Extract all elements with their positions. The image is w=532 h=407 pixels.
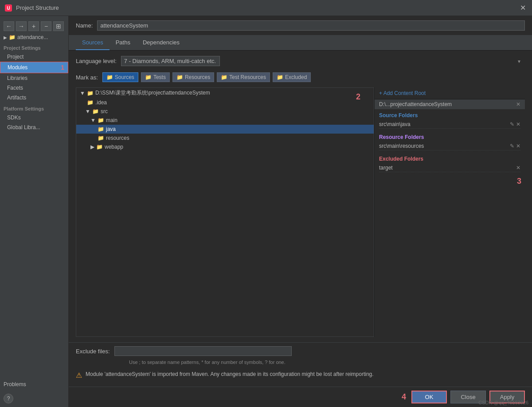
svg-text:U: U xyxy=(7,6,10,11)
edit-resource-folder-button[interactable]: ✎ xyxy=(510,143,514,149)
sidebar-item-sdks[interactable]: SDKs xyxy=(0,113,68,122)
expand-src-icon: ▼ xyxy=(85,108,90,115)
sidebar-toolbar: ← → + − ⊞ xyxy=(0,20,68,33)
excluded-folder-path-0: target xyxy=(379,165,516,171)
annotation-3: 3 xyxy=(517,177,521,186)
split-area: ▼ 📁 D:\SSM\课堂考勤系统\project\attendanceSyst… xyxy=(76,87,525,337)
mark-as-excluded-button[interactable]: 📁 Excluded xyxy=(273,72,311,82)
right-panel: + Add Content Root D:\...project\attenda… xyxy=(374,87,525,337)
mark-as-tests-button[interactable]: 📁 Tests xyxy=(141,72,170,82)
resources-folder-icon: 📁 xyxy=(176,74,183,80)
tab-sources[interactable]: Sources xyxy=(76,36,110,50)
sidebar: ← → + − ⊞ ▶ 📁 attendance... Project Sett… xyxy=(0,16,69,407)
forward-button[interactable]: → xyxy=(16,21,27,31)
language-select-wrapper: 7 - Diamonds, ARM, multi-catch etc. xyxy=(121,56,525,66)
window-title: Project Structure xyxy=(16,4,518,11)
exclude-hint: Use ; to separate name patterns, * for a… xyxy=(76,359,525,367)
project-settings-label: Project Settings xyxy=(0,42,68,52)
tab-dependencies[interactable]: Dependencies xyxy=(137,36,186,50)
close-root-button[interactable]: ✕ xyxy=(516,101,520,107)
add-content-root-button[interactable]: + Add Content Root xyxy=(379,90,426,96)
sidebar-item-modules[interactable]: Modules 1 xyxy=(0,62,68,73)
sidebar-tree-root[interactable]: ▶ 📁 attendance... xyxy=(0,33,68,42)
tabs-row: Sources Paths Dependencies xyxy=(69,36,532,51)
name-input[interactable] xyxy=(97,20,525,31)
tests-folder-icon: 📁 xyxy=(145,74,152,80)
mark-as-row: Mark as: 📁 Sources 📁 Tests 📁 Resources 📁… xyxy=(76,72,525,82)
sidebar-item-facets[interactable]: Facets xyxy=(0,83,68,93)
ftree-main[interactable]: ▼ 📁 main xyxy=(76,116,374,125)
source-folder-row-0: src\main\java ✎ ✕ xyxy=(379,120,520,129)
platform-settings-label: Platform Settings xyxy=(0,103,68,113)
annotation-4: 4 xyxy=(402,392,406,402)
watermark: CSDN @qq_46163926 xyxy=(478,400,528,405)
remove-source-folder-button[interactable]: ✕ xyxy=(516,121,520,127)
language-label: Language level: xyxy=(76,58,117,64)
exclude-files-label: Exclude files: xyxy=(76,348,110,355)
tab-paths[interactable]: Paths xyxy=(110,36,137,50)
resource-folders-section: Resource Folders src\main\resources ✎ ✕ xyxy=(375,131,525,153)
excluded-folder-icon: 📁 xyxy=(277,74,283,80)
main-content: Name: Sources Paths Dependencies Languag… xyxy=(69,16,532,407)
excluded-folders-title: Excluded Folders xyxy=(379,156,520,162)
source-folder-path-0: src\main\java xyxy=(379,121,510,127)
sources-tab-content: Language level: 7 - Diamonds, ARM, multi… xyxy=(69,51,532,342)
excluded-folders-section: Excluded Folders target ✕ xyxy=(375,153,525,175)
expand-webapp-icon: ▶ xyxy=(90,144,94,150)
webapp-folder-icon: 📁 xyxy=(96,144,103,150)
resource-folders-title: Resource Folders xyxy=(379,134,520,140)
help-button[interactable]: ? xyxy=(4,394,13,403)
back-button[interactable]: ← xyxy=(4,21,14,31)
source-folder-actions-0: ✎ ✕ xyxy=(510,121,520,127)
test-resources-folder-icon: 📁 xyxy=(221,74,227,80)
mark-as-label: Mark as: xyxy=(76,74,98,81)
folder-icon: 📁 xyxy=(9,34,16,40)
language-level-row: Language level: 7 - Diamonds, ARM, multi… xyxy=(76,56,525,66)
ftree-root[interactable]: ▼ 📁 D:\SSM\课堂考勤系统\project\attendanceSyst… xyxy=(76,88,374,98)
ftree-idea[interactable]: 📁 .idea xyxy=(76,98,374,107)
resource-folder-row-0: src\main\resources ✎ ✕ xyxy=(379,142,520,150)
excluded-folder-row-0: target ✕ xyxy=(379,164,520,172)
title-bar: U Project Structure ✕ xyxy=(0,0,532,16)
root-path-text: D:\...project\attendanceSystem xyxy=(379,101,452,107)
sidebar-item-libraries[interactable]: Libraries xyxy=(0,73,68,83)
source-folders-title: Source Folders xyxy=(379,112,520,119)
mark-as-resources-button[interactable]: 📁 Resources xyxy=(172,72,214,82)
right-panel-header: + Add Content Root xyxy=(375,87,525,99)
sidebar-item-global-libraries[interactable]: Global Libra... xyxy=(0,122,68,132)
remove-resource-folder-button[interactable]: ✕ xyxy=(516,143,520,149)
name-label: Name: xyxy=(76,22,93,29)
warning-row: ⚠ Module 'attendanceSystem' is imported … xyxy=(76,367,525,383)
ok-button[interactable]: OK xyxy=(411,391,447,403)
sidebar-item-artifacts[interactable]: Artifacts xyxy=(0,93,68,103)
bottom-area: Exclude files: Use ; to separate name pa… xyxy=(69,342,532,387)
language-select[interactable]: 7 - Diamonds, ARM, multi-catch etc. xyxy=(121,56,220,66)
src-folder-icon: 📁 xyxy=(92,108,99,115)
ftree-webapp[interactable]: ▶ 📁 webapp xyxy=(76,142,374,151)
warning-text: Module 'attendanceSystem' is imported fr… xyxy=(86,371,374,377)
remove-button[interactable]: − xyxy=(41,21,51,31)
sidebar-item-project[interactable]: Project xyxy=(0,52,68,62)
remove-excluded-folder-button[interactable]: ✕ xyxy=(516,165,520,171)
exclude-files-input[interactable] xyxy=(114,346,292,356)
edit-source-folder-button[interactable]: ✎ xyxy=(510,121,514,127)
resource-folder-actions-0: ✎ ✕ xyxy=(510,143,520,149)
mark-as-sources-button[interactable]: 📁 Sources xyxy=(102,72,138,82)
expand-icon: ▼ xyxy=(80,90,85,96)
root-folder-icon: 📁 xyxy=(87,90,94,96)
close-button[interactable]: ✕ xyxy=(518,4,528,12)
expand-main-icon: ▼ xyxy=(90,117,96,123)
sources-folder-icon: 📁 xyxy=(106,74,113,80)
file-tree: ▼ 📁 D:\SSM\课堂考勤系统\project\attendanceSyst… xyxy=(76,87,374,337)
main-folder-icon: 📁 xyxy=(98,117,104,123)
ftree-resources[interactable]: 📁 resources xyxy=(76,134,374,142)
ftree-src[interactable]: ▼ 📁 src xyxy=(76,107,374,116)
footer-buttons: 4 OK Close Apply xyxy=(69,387,532,407)
problems-label: Problems xyxy=(0,379,68,390)
add-button[interactable]: + xyxy=(28,21,39,31)
resources-folder-icon-tree: 📁 xyxy=(98,135,104,141)
ftree-java[interactable]: 📁 java xyxy=(76,125,374,134)
mark-as-test-resources-button[interactable]: 📁 Test Resources xyxy=(217,72,270,82)
copy-button[interactable]: ⊞ xyxy=(53,21,64,31)
warning-icon: ⚠ xyxy=(76,371,82,379)
